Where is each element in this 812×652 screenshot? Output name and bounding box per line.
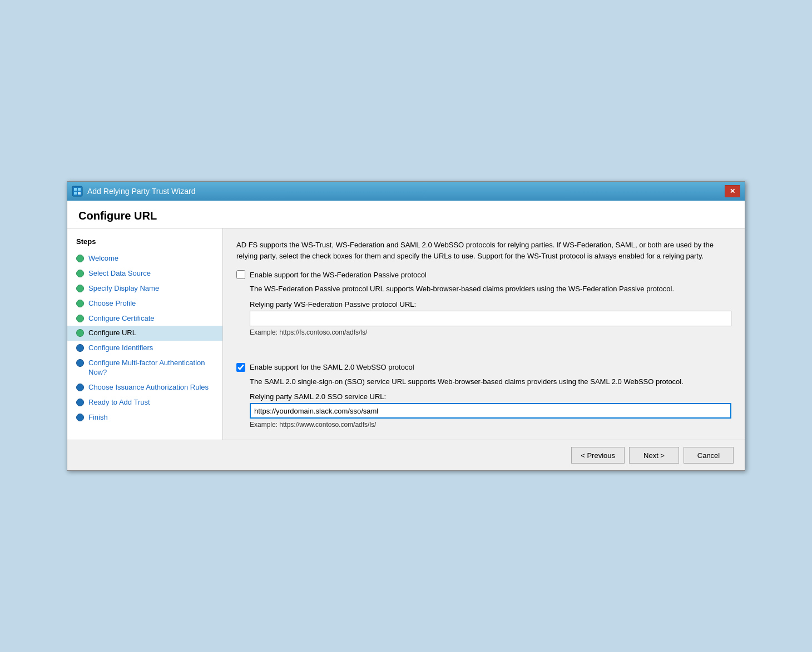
sidebar-item-choose-profile[interactable]: Choose Profile — [67, 296, 222, 311]
sidebar-item-specify-display-name[interactable]: Specify Display Name — [67, 281, 222, 296]
sidebar-item-ready-to-add-trust[interactable]: Ready to Add Trust — [67, 395, 222, 410]
ws-federation-checkbox-row: Enable support for the WS-Federation Pas… — [236, 270, 731, 279]
ws-federation-example: Example: https://fs.contoso.com/adfs/ls/ — [250, 329, 731, 336]
saml-field-label: Relying party SAML 2.0 SSO service URL: — [250, 392, 731, 401]
step-dot-specify-display-name — [76, 285, 84, 292]
step-dot-welcome — [76, 255, 84, 262]
step-dot-configure-url — [76, 329, 84, 337]
title-bar-left: Add Relying Party Trust Wizard — [72, 186, 196, 197]
ws-federation-field-label: Relying party WS-Federation Passive prot… — [250, 300, 731, 308]
step-label-configure-identifiers: Configure Identifiers — [88, 344, 153, 353]
svg-rect-1 — [74, 188, 77, 191]
step-dot-configure-certificate — [76, 315, 84, 322]
step-label-configure-certificate: Configure Certificate — [88, 314, 155, 323]
steps-heading: Steps — [67, 237, 222, 251]
steps-panel: Steps Welcome Select Data Source Specify… — [67, 228, 223, 440]
step-label-choose-profile: Choose Profile — [88, 299, 136, 308]
ws-federation-checkbox-label[interactable]: Enable support for the WS-Federation Pas… — [250, 271, 427, 279]
saml-section: Enable support for the SAML 2.0 WebSSO p… — [236, 363, 731, 429]
sidebar-item-configure-multifactor[interactable]: Configure Multi-factor Authentication No… — [67, 356, 222, 380]
main-panel: AD FS supports the WS-Trust, WS-Federati… — [223, 228, 745, 440]
step-label-choose-issuance: Choose Issuance Authorization Rules — [88, 383, 209, 392]
ws-federation-url-input[interactable] — [250, 311, 731, 326]
sidebar-item-choose-issuance[interactable]: Choose Issuance Authorization Rules — [67, 380, 222, 395]
ws-federation-sub-text: The WS-Federation Passive protocol URL s… — [250, 283, 731, 295]
main-window: Add Relying Party Trust Wizard ✕ Configu… — [67, 181, 745, 471]
close-button[interactable]: ✕ — [725, 185, 740, 197]
step-dot-choose-issuance — [76, 384, 84, 391]
saml-example: Example: https://www.contoso.com/adfs/ls… — [250, 421, 731, 429]
sidebar-item-configure-certificate[interactable]: Configure Certificate — [67, 311, 222, 326]
page-heading: Configure URL — [78, 210, 734, 222]
sidebar-item-select-data-source[interactable]: Select Data Source — [67, 266, 222, 281]
svg-rect-4 — [78, 192, 81, 195]
step-label-configure-multifactor: Configure Multi-factor Authentication No… — [88, 359, 214, 377]
sidebar-item-configure-identifiers[interactable]: Configure Identifiers — [67, 341, 222, 356]
ws-federation-checkbox[interactable] — [236, 270, 245, 279]
app-icon — [72, 186, 83, 197]
sidebar-item-configure-url[interactable]: Configure URL — [67, 326, 222, 341]
svg-rect-2 — [78, 188, 81, 191]
step-label-configure-url: Configure URL — [88, 329, 136, 338]
step-label-finish: Finish — [88, 413, 108, 422]
step-dot-choose-profile — [76, 300, 84, 307]
sidebar-item-finish[interactable]: Finish — [67, 410, 222, 425]
section-separator — [236, 345, 731, 354]
step-dot-select-data-source — [76, 270, 84, 277]
svg-rect-0 — [72, 186, 82, 196]
step-label-select-data-source: Select Data Source — [88, 269, 151, 278]
previous-button[interactable]: < Previous — [571, 447, 625, 464]
title-bar: Add Relying Party Trust Wizard ✕ — [67, 182, 745, 201]
step-dot-configure-identifiers — [76, 344, 84, 352]
saml-checkbox-row: Enable support for the SAML 2.0 WebSSO p… — [236, 363, 731, 372]
footer: < Previous Next > Cancel — [67, 440, 745, 470]
page-header: Configure URL — [67, 201, 745, 228]
step-label-ready-to-add-trust: Ready to Add Trust — [88, 398, 150, 407]
cancel-button[interactable]: Cancel — [684, 447, 734, 464]
step-dot-finish — [76, 414, 84, 421]
saml-url-input[interactable] — [250, 403, 731, 419]
step-label-specify-display-name: Specify Display Name — [88, 284, 159, 293]
saml-checkbox-label[interactable]: Enable support for the SAML 2.0 WebSSO p… — [250, 363, 414, 371]
description-text: AD FS supports the WS-Trust, WS-Federati… — [236, 240, 731, 261]
saml-sub-text: The SAML 2.0 single-sign-on (SSO) servic… — [250, 376, 731, 387]
svg-rect-3 — [74, 192, 77, 195]
ws-federation-section: Enable support for the WS-Federation Pas… — [236, 270, 731, 336]
sidebar-item-welcome[interactable]: Welcome — [67, 251, 222, 266]
step-dot-configure-multifactor — [76, 359, 84, 367]
next-button[interactable]: Next > — [629, 447, 679, 464]
saml-checkbox[interactable] — [236, 363, 245, 372]
step-dot-ready-to-add-trust — [76, 399, 84, 406]
step-label-welcome: Welcome — [88, 254, 118, 263]
window-title: Add Relying Party Trust Wizard — [87, 187, 196, 196]
content-area: Steps Welcome Select Data Source Specify… — [67, 228, 745, 440]
